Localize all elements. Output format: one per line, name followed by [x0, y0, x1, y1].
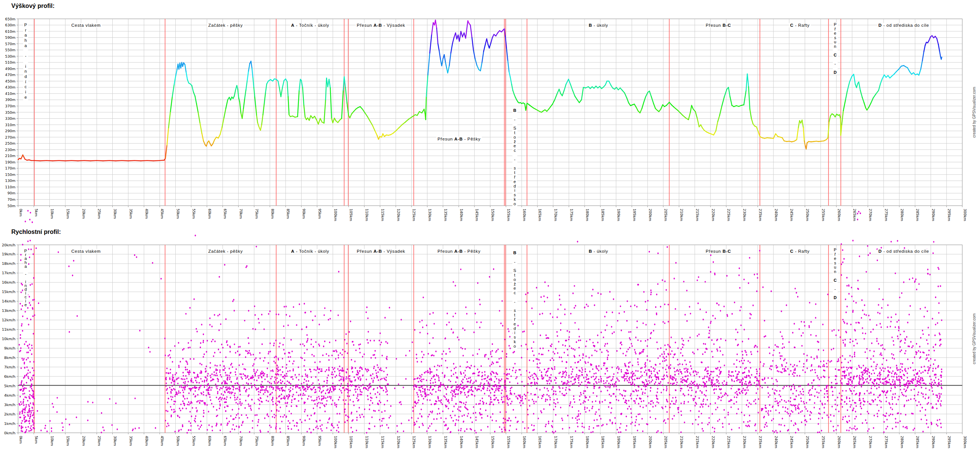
- svg-text:3km/h: 3km/h: [4, 403, 16, 407]
- svg-text:170km: 170km: [554, 436, 558, 448]
- svg-text:125km: 125km: [412, 209, 416, 221]
- region-label: A - Točník - úkoly: [290, 249, 330, 254]
- svg-text:275km: 275km: [884, 436, 888, 448]
- svg-text:210km: 210km: [679, 436, 684, 448]
- svg-text:370m: 370m: [5, 104, 16, 108]
- svg-text:14km/h: 14km/h: [2, 299, 16, 303]
- region-label: B - úkoly: [588, 249, 609, 254]
- svg-text:40km: 40km: [145, 436, 149, 446]
- svg-text:130km: 130km: [428, 209, 432, 221]
- svg-text:240km: 240km: [774, 436, 778, 448]
- svg-text:140km: 140km: [460, 436, 464, 448]
- svg-text:17km/h: 17km/h: [2, 271, 16, 275]
- svg-text:530m: 530m: [5, 54, 16, 59]
- region-label: B - úkoly: [588, 23, 609, 27]
- svg-text:280km: 280km: [900, 436, 904, 448]
- svg-text:235km: 235km: [758, 209, 762, 221]
- svg-text:285km: 285km: [916, 209, 920, 221]
- svg-text:20km: 20km: [82, 209, 86, 219]
- region-label: Přesun A-B - Výsadek: [356, 249, 406, 254]
- region-label: Přesun B-C: [705, 23, 732, 27]
- svg-text:45km: 45km: [160, 436, 164, 446]
- svg-text:50m: 50m: [8, 204, 16, 208]
- svg-text:75km: 75km: [255, 436, 259, 446]
- svg-text:15km: 15km: [66, 209, 70, 219]
- svg-text:125km: 125km: [412, 436, 416, 448]
- svg-text:295km: 295km: [947, 436, 951, 448]
- vertical-region-label: Praha - indície: [23, 22, 28, 100]
- svg-text:300km: 300km: [963, 436, 967, 448]
- svg-text:55km: 55km: [192, 436, 196, 446]
- svg-text:430m: 430m: [5, 85, 16, 89]
- svg-text:300km: 300km: [963, 209, 967, 221]
- elevation-chart-title: Výškový profil:: [11, 3, 55, 10]
- svg-text:18km/h: 18km/h: [2, 262, 16, 266]
- speed-scatter-series: [19, 210, 943, 433]
- vertical-region-label: Přesun C - D: [833, 248, 837, 300]
- svg-text:115km: 115km: [381, 209, 385, 221]
- svg-text:90km: 90km: [302, 436, 306, 446]
- svg-text:250km: 250km: [805, 436, 810, 448]
- region-label: D - od střediska do cíle: [877, 249, 930, 254]
- svg-text:130km: 130km: [428, 436, 432, 448]
- svg-text:650m: 650m: [5, 17, 16, 21]
- svg-text:410m: 410m: [5, 92, 16, 96]
- vertical-region-label: B - Stožec - středisko: [512, 108, 517, 206]
- svg-text:145km: 145km: [475, 436, 479, 448]
- svg-text:225km: 225km: [727, 209, 731, 221]
- svg-text:105km: 105km: [349, 209, 353, 221]
- svg-text:180km: 180km: [585, 209, 590, 221]
- svg-text:165km: 165km: [538, 209, 542, 221]
- svg-text:200km: 200km: [648, 209, 652, 221]
- svg-text:5km: 5km: [34, 436, 38, 444]
- region-label: C - Rafty: [789, 23, 811, 27]
- svg-text:245km: 245km: [790, 209, 794, 221]
- svg-text:255km: 255km: [821, 436, 826, 448]
- region-label: Cesta vlakem: [70, 23, 102, 27]
- credit-text: created by GPSVisualizer.com: [972, 313, 976, 364]
- svg-text:30km: 30km: [113, 209, 117, 219]
- svg-text:50km: 50km: [176, 436, 180, 446]
- svg-text:350m: 350m: [5, 110, 16, 114]
- svg-text:10km/h: 10km/h: [2, 337, 16, 341]
- svg-text:250m: 250m: [5, 141, 16, 145]
- region-label: Přesun B-C: [705, 249, 732, 254]
- svg-text:0km: 0km: [19, 209, 23, 217]
- svg-text:265km: 265km: [853, 436, 857, 448]
- speed-chart-title: Rychlostní profil:: [11, 228, 61, 235]
- svg-text:95km: 95km: [318, 436, 322, 446]
- svg-text:60km: 60km: [208, 436, 212, 446]
- svg-text:290m: 290m: [5, 129, 16, 133]
- svg-text:13km/h: 13km/h: [2, 308, 16, 312]
- svg-text:190m: 190m: [5, 160, 16, 164]
- svg-text:220km: 220km: [711, 209, 715, 221]
- svg-text:9km/h: 9km/h: [4, 346, 16, 350]
- region-label: Začátek - pěšky: [207, 249, 244, 254]
- svg-text:70km: 70km: [239, 209, 243, 219]
- svg-text:35km: 35km: [129, 209, 133, 219]
- svg-text:570m: 570m: [5, 42, 16, 46]
- svg-text:270m: 270m: [5, 135, 16, 140]
- svg-text:60km: 60km: [208, 209, 212, 219]
- svg-text:170km: 170km: [554, 209, 558, 221]
- svg-text:130m: 130m: [5, 179, 16, 183]
- svg-text:290km: 290km: [931, 209, 935, 221]
- svg-text:120km: 120km: [396, 209, 401, 221]
- svg-text:205km: 205km: [664, 209, 668, 221]
- svg-text:15km/h: 15km/h: [2, 290, 16, 294]
- svg-text:270km: 270km: [869, 209, 873, 221]
- svg-text:20km/h: 20km/h: [2, 243, 16, 247]
- svg-text:390m: 390m: [5, 98, 16, 102]
- svg-text:185km: 185km: [601, 436, 605, 448]
- svg-text:145km: 145km: [475, 209, 479, 221]
- svg-text:15km: 15km: [66, 436, 70, 446]
- svg-text:200km: 200km: [648, 436, 652, 448]
- svg-text:195km: 195km: [633, 436, 636, 448]
- svg-text:10km: 10km: [50, 436, 54, 446]
- svg-text:210m: 210m: [5, 154, 16, 158]
- svg-text:260km: 260km: [837, 436, 841, 448]
- svg-text:285km: 285km: [916, 436, 920, 448]
- svg-text:490m: 490m: [5, 67, 16, 71]
- svg-text:20km: 20km: [82, 436, 86, 446]
- svg-text:180km: 180km: [585, 436, 590, 448]
